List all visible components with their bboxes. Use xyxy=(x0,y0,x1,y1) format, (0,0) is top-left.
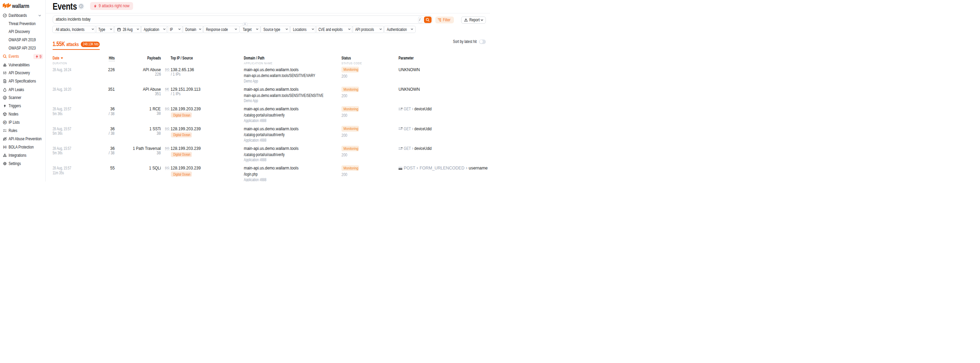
svg-text:?: ? xyxy=(81,5,82,8)
svg-text:IP: IP xyxy=(4,121,6,123)
svg-text:ID: ID xyxy=(4,146,6,148)
